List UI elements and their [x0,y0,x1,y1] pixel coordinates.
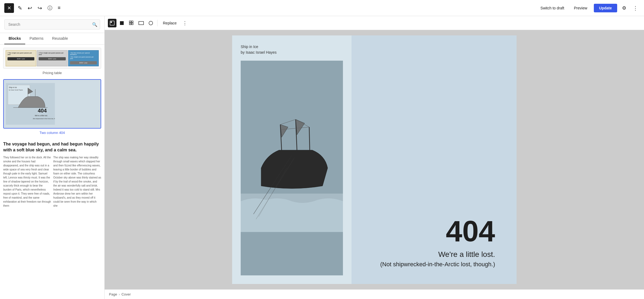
two-column-404-preview: Ship in Ice by Isaac Israel Hayes [4,80,101,128]
cover-caption: Ship in Ice by Isaac Israel Hayes [241,44,343,55]
pen-button[interactable]: ✎ [16,3,24,13]
svg-rect-12 [120,21,124,25]
switch-to-draft-button[interactable]: Switch to draft [537,4,568,12]
two-column-404-card[interactable]: Ship in Ice by Isaac Israel Hayes [3,79,101,129]
svg-text:by Isaac Israel Hayes: by Isaac Israel Hayes [9,89,23,91]
pricing-table-label: Pricing table [3,71,101,75]
bottom-bar: Page › Cover [105,289,644,299]
more-options-button[interactable]: ⋮ [631,3,640,13]
svg-rect-17 [139,21,144,25]
canvas-content: Ship in Ice by Isaac Israel Hayes [105,30,644,289]
close-button[interactable]: ✕ [4,3,14,13]
pricing-col-1: • Two single-use guest passes per year $… [6,50,36,66]
pricing-table-card[interactable]: • Two single-use guest passes per year $… [3,48,101,75]
left-sidebar: 🔍 Blocks Patterns Reusable • Two single-… [0,16,105,299]
not-ship-text: (Not shipwrecked-in-the-Arctic lost, tho… [380,261,495,268]
canvas-area[interactable]: Ship in Ice by Isaac Israel Hayes [105,30,644,289]
text-preview-col1: They followed her on to the dock. All th… [3,155,51,208]
main-area: 🔍 Blocks Patterns Reusable • Two single-… [0,16,644,299]
preview-button[interactable]: Preview [571,4,591,12]
cover-ship-image [241,61,343,275]
redo-button[interactable]: ↪ [36,3,44,13]
toolbar-left: ✕ ✎ ↩ ↪ ⓘ ≡ [4,3,62,13]
page-canvas: Ship in Ice by Isaac Israel Hayes [232,35,517,284]
text-preview-col2: The ship was making her way steadily thr… [53,155,101,208]
big-404-text: 404 [446,216,495,246]
toolbar-right: Switch to draft Preview Update ⚙ ⋮ [537,3,640,13]
cover-view-button[interactable] [108,19,116,27]
breadcrumb-cover: Cover [122,292,131,296]
grid-view-button[interactable] [127,19,136,27]
undo-button[interactable]: ↩ [26,3,34,13]
tabs-bar: Blocks Patterns Reusable [0,33,104,45]
update-button[interactable]: Update [594,4,617,12]
svg-rect-15 [129,23,131,25]
canvas-right-area: Replace ⋮ Ship in Ice by Isaac Israel Ha… [105,16,644,299]
info-button[interactable]: ⓘ [46,3,54,13]
tab-patterns[interactable]: Patterns [25,33,48,44]
pricing-col-3: • Six free tickets per special exhibitio… [68,50,99,66]
search-bar: 🔍 [0,16,104,33]
pricing-table-preview: • Two single-use guest passes per year $… [3,48,101,69]
pricing-price-2: $300 / year [39,57,65,60]
text-preview: The voyage had begun, and had begun happ… [3,138,101,211]
svg-rect-16 [131,23,133,25]
svg-text:404: 404 [38,108,47,114]
svg-point-18 [149,21,153,25]
circle-view-button[interactable] [147,19,155,27]
search-input[interactable] [4,19,100,30]
cover-left-panel: Ship in Ice by Isaac Israel Hayes [232,35,352,284]
cover-right-panel: 404 We're a little lost. (Not shipwrecke… [352,35,517,284]
pricing-col-2: • Four single-use guest passes per year … [37,50,67,66]
text-preview-body: They followed her on to the dock. All th… [3,155,101,208]
text-preview-heading: The voyage had begun, and had begun happ… [3,141,101,153]
svg-rect-11 [111,21,112,23]
wide-view-button[interactable] [137,19,145,27]
tab-blocks[interactable]: Blocks [4,33,25,44]
block-more-button[interactable]: ⋮ [181,19,189,28]
two-column-404-label: Two column 404 [3,131,101,135]
menu-button[interactable]: ≡ [56,3,62,12]
search-icon-button[interactable]: 🔍 [92,22,97,27]
block-toolbar: Replace ⋮ [105,16,644,30]
breadcrumb-separator: › [119,292,120,296]
ship-svg: Ship in Ice by Isaac Israel Hayes [6,82,55,126]
ship-illustration-svg [241,61,343,275]
svg-text:We're a little lost.: We're a little lost. [35,115,48,116]
tab-reusable[interactable]: Reusable [48,33,72,44]
svg-rect-13 [129,21,131,23]
breadcrumb-page[interactable]: Page [109,292,117,296]
square-view-button[interactable] [118,19,126,27]
replace-button[interactable]: Replace [160,19,180,27]
svg-text:Ship in Ice: Ship in Ice [9,86,17,89]
pricing-price-1: $190 / year [8,57,34,60]
lost-text: We're a little lost. [438,250,495,259]
svg-line-23 [309,127,310,150]
svg-rect-14 [131,21,133,23]
toolbar-divider [157,20,158,26]
top-toolbar: ✕ ✎ ↩ ↪ ⓘ ≡ Switch to draft Preview Upda… [0,0,644,16]
svg-text:(Not shipwrecked-in-the-Arctic: (Not shipwrecked-in-the-Arctic lost, tho… [33,118,55,120]
settings-button[interactable]: ⚙ [620,3,628,13]
caption-line1: Ship in Ice [241,45,258,49]
sidebar-content[interactable]: • Two single-use guest passes per year $… [0,45,104,299]
mini-preview-left: Ship in Ice by Isaac Israel Hayes [4,80,57,128]
caption-line2: by Isaac Israel Hayes [241,50,277,54]
pricing-price-3: $400 / year [70,61,97,64]
search-input-wrapper: 🔍 [4,19,100,30]
